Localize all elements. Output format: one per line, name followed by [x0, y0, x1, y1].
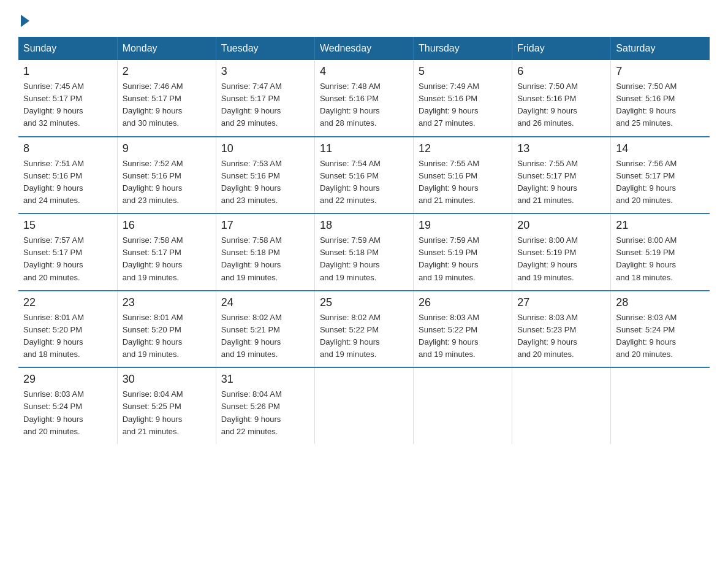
day-number: 28 [616, 296, 705, 309]
day-number: 30 [123, 373, 211, 386]
weekday-header-wednesday: Wednesday [314, 37, 413, 60]
day-info: Sunrise: 8:00 AMSunset: 5:19 PMDaylight:… [517, 234, 605, 284]
day-info: Sunrise: 7:58 AMSunset: 5:18 PMDaylight:… [221, 234, 309, 284]
calendar-cell: 30 Sunrise: 8:04 AMSunset: 5:25 PMDaylig… [117, 367, 216, 444]
calendar-cell: 14 Sunrise: 7:56 AMSunset: 5:17 PMDaylig… [611, 137, 710, 214]
calendar-cell: 11 Sunrise: 7:54 AMSunset: 5:16 PMDaylig… [314, 137, 413, 214]
day-info: Sunrise: 7:46 AMSunset: 5:17 PMDaylight:… [123, 80, 211, 130]
day-number: 27 [517, 296, 605, 309]
calendar-week-row: 22 Sunrise: 8:01 AMSunset: 5:20 PMDaylig… [18, 291, 710, 368]
calendar-cell: 25 Sunrise: 8:02 AMSunset: 5:22 PMDaylig… [314, 291, 413, 368]
calendar-cell: 8 Sunrise: 7:51 AMSunset: 5:16 PMDayligh… [18, 137, 117, 214]
weekday-header-sunday: Sunday [18, 37, 117, 60]
day-info: Sunrise: 7:59 AMSunset: 5:18 PMDaylight:… [320, 234, 408, 284]
day-info: Sunrise: 8:02 AMSunset: 5:21 PMDaylight:… [221, 312, 309, 361]
day-number: 17 [221, 219, 309, 232]
weekday-header-monday: Monday [117, 37, 216, 60]
day-info: Sunrise: 7:58 AMSunset: 5:17 PMDaylight:… [123, 234, 211, 284]
day-info: Sunrise: 7:59 AMSunset: 5:19 PMDaylight:… [419, 234, 507, 284]
day-info: Sunrise: 7:57 AMSunset: 5:17 PMDaylight:… [23, 234, 112, 284]
calendar-cell: 23 Sunrise: 8:01 AMSunset: 5:20 PMDaylig… [117, 291, 216, 368]
calendar-cell: 10 Sunrise: 7:53 AMSunset: 5:16 PMDaylig… [216, 137, 314, 214]
day-info: Sunrise: 8:01 AMSunset: 5:20 PMDaylight:… [23, 312, 112, 361]
calendar-week-row: 29 Sunrise: 8:03 AMSunset: 5:24 PMDaylig… [18, 367, 710, 444]
day-info: Sunrise: 7:55 AMSunset: 5:16 PMDaylight:… [419, 158, 507, 207]
day-info: Sunrise: 8:04 AMSunset: 5:25 PMDaylight:… [123, 388, 211, 438]
day-info: Sunrise: 8:03 AMSunset: 5:24 PMDaylight:… [23, 388, 112, 438]
day-info: Sunrise: 7:50 AMSunset: 5:16 PMDaylight:… [517, 80, 605, 130]
calendar-cell: 13 Sunrise: 7:55 AMSunset: 5:17 PMDaylig… [512, 137, 611, 214]
day-number: 10 [221, 142, 309, 155]
day-info: Sunrise: 7:47 AMSunset: 5:17 PMDaylight:… [221, 80, 309, 130]
day-info: Sunrise: 7:55 AMSunset: 5:17 PMDaylight:… [517, 158, 605, 207]
day-info: Sunrise: 7:56 AMSunset: 5:17 PMDaylight:… [616, 158, 705, 207]
calendar-table: SundayMondayTuesdayWednesdayThursdayFrid… [18, 37, 710, 444]
day-number: 12 [419, 142, 507, 155]
day-info: Sunrise: 7:48 AMSunset: 5:16 PMDaylight:… [320, 80, 408, 130]
day-number: 4 [320, 65, 408, 78]
calendar-week-row: 1 Sunrise: 7:45 AMSunset: 5:17 PMDayligh… [18, 60, 710, 137]
day-number: 23 [123, 296, 211, 309]
day-info: Sunrise: 8:01 AMSunset: 5:20 PMDaylight:… [123, 312, 211, 361]
day-number: 13 [517, 142, 605, 155]
day-number: 31 [221, 373, 309, 386]
day-number: 29 [23, 373, 112, 386]
day-number: 26 [419, 296, 507, 309]
calendar-cell: 3 Sunrise: 7:47 AMSunset: 5:17 PMDayligh… [216, 60, 314, 137]
calendar-cell: 22 Sunrise: 8:01 AMSunset: 5:20 PMDaylig… [18, 291, 117, 368]
calendar-cell [611, 367, 710, 444]
day-number: 24 [221, 296, 309, 309]
calendar-cell: 26 Sunrise: 8:03 AMSunset: 5:22 PMDaylig… [414, 291, 512, 368]
day-info: Sunrise: 8:03 AMSunset: 5:22 PMDaylight:… [419, 312, 507, 361]
day-number: 14 [616, 142, 705, 155]
calendar-week-row: 15 Sunrise: 7:57 AMSunset: 5:17 PMDaylig… [18, 213, 710, 291]
weekday-header-row: SundayMondayTuesdayWednesdayThursdayFrid… [18, 37, 710, 60]
calendar-cell: 27 Sunrise: 8:03 AMSunset: 5:23 PMDaylig… [512, 291, 611, 368]
calendar-cell: 7 Sunrise: 7:50 AMSunset: 5:16 PMDayligh… [611, 60, 710, 137]
day-number: 5 [419, 65, 507, 78]
day-info: Sunrise: 7:53 AMSunset: 5:16 PMDaylight:… [221, 158, 309, 207]
day-number: 11 [320, 142, 408, 155]
calendar-cell: 28 Sunrise: 8:03 AMSunset: 5:24 PMDaylig… [611, 291, 710, 368]
calendar-cell: 2 Sunrise: 7:46 AMSunset: 5:17 PMDayligh… [117, 60, 216, 137]
logo [18, 12, 29, 25]
day-info: Sunrise: 7:49 AMSunset: 5:16 PMDaylight:… [419, 80, 507, 130]
day-info: Sunrise: 7:45 AMSunset: 5:17 PMDaylight:… [23, 80, 112, 130]
weekday-header-tuesday: Tuesday [216, 37, 314, 60]
day-number: 19 [419, 219, 507, 232]
calendar-cell: 5 Sunrise: 7:49 AMSunset: 5:16 PMDayligh… [414, 60, 512, 137]
calendar-cell: 4 Sunrise: 7:48 AMSunset: 5:16 PMDayligh… [314, 60, 413, 137]
day-number: 18 [320, 219, 408, 232]
day-number: 9 [123, 142, 211, 155]
day-number: 1 [23, 65, 112, 78]
calendar-cell: 16 Sunrise: 7:58 AMSunset: 5:17 PMDaylig… [117, 213, 216, 291]
day-number: 16 [123, 219, 211, 232]
calendar-cell: 17 Sunrise: 7:58 AMSunset: 5:18 PMDaylig… [216, 213, 314, 291]
calendar-week-row: 8 Sunrise: 7:51 AMSunset: 5:16 PMDayligh… [18, 137, 710, 214]
calendar-cell: 6 Sunrise: 7:50 AMSunset: 5:16 PMDayligh… [512, 60, 611, 137]
day-number: 7 [616, 65, 705, 78]
day-number: 21 [616, 219, 705, 232]
calendar-cell: 15 Sunrise: 7:57 AMSunset: 5:17 PMDaylig… [18, 213, 117, 291]
day-info: Sunrise: 7:54 AMSunset: 5:16 PMDaylight:… [320, 158, 408, 207]
calendar-cell [314, 367, 413, 444]
day-info: Sunrise: 8:02 AMSunset: 5:22 PMDaylight:… [320, 312, 408, 361]
weekday-header-saturday: Saturday [611, 37, 710, 60]
day-number: 25 [320, 296, 408, 309]
calendar-cell: 9 Sunrise: 7:52 AMSunset: 5:16 PMDayligh… [117, 137, 216, 214]
day-info: Sunrise: 7:51 AMSunset: 5:16 PMDaylight:… [23, 158, 112, 207]
day-info: Sunrise: 8:00 AMSunset: 5:19 PMDaylight:… [616, 234, 705, 284]
calendar-cell: 19 Sunrise: 7:59 AMSunset: 5:19 PMDaylig… [414, 213, 512, 291]
weekday-header-friday: Friday [512, 37, 611, 60]
weekday-header-thursday: Thursday [414, 37, 512, 60]
calendar-cell: 20 Sunrise: 8:00 AMSunset: 5:19 PMDaylig… [512, 213, 611, 291]
calendar-cell: 24 Sunrise: 8:02 AMSunset: 5:21 PMDaylig… [216, 291, 314, 368]
day-number: 6 [517, 65, 605, 78]
logo-arrow-icon [21, 15, 29, 27]
day-info: Sunrise: 8:03 AMSunset: 5:23 PMDaylight:… [517, 312, 605, 361]
day-number: 8 [23, 142, 112, 155]
day-info: Sunrise: 7:50 AMSunset: 5:16 PMDaylight:… [616, 80, 705, 130]
calendar-cell: 1 Sunrise: 7:45 AMSunset: 5:17 PMDayligh… [18, 60, 117, 137]
day-number: 2 [123, 65, 211, 78]
calendar-cell: 18 Sunrise: 7:59 AMSunset: 5:18 PMDaylig… [314, 213, 413, 291]
